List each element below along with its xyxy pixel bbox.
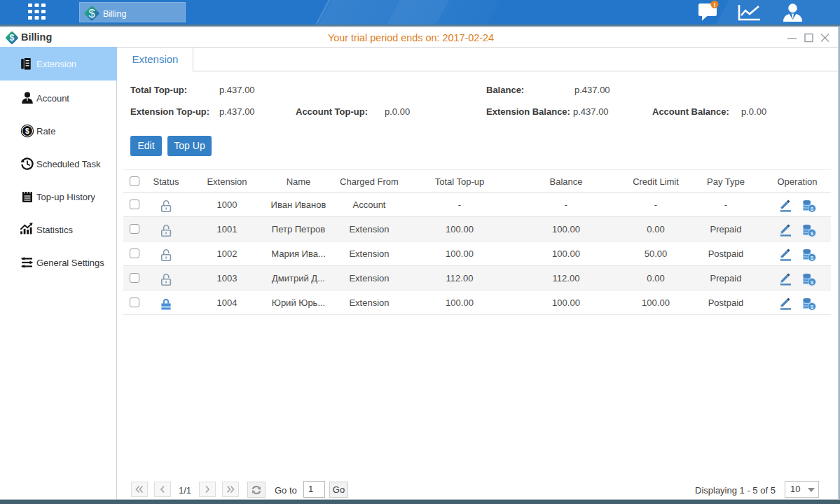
svg-text:$: $ — [25, 126, 29, 134]
svg-text:$: $ — [88, 7, 95, 20]
svg-text:!: ! — [713, 1, 715, 8]
